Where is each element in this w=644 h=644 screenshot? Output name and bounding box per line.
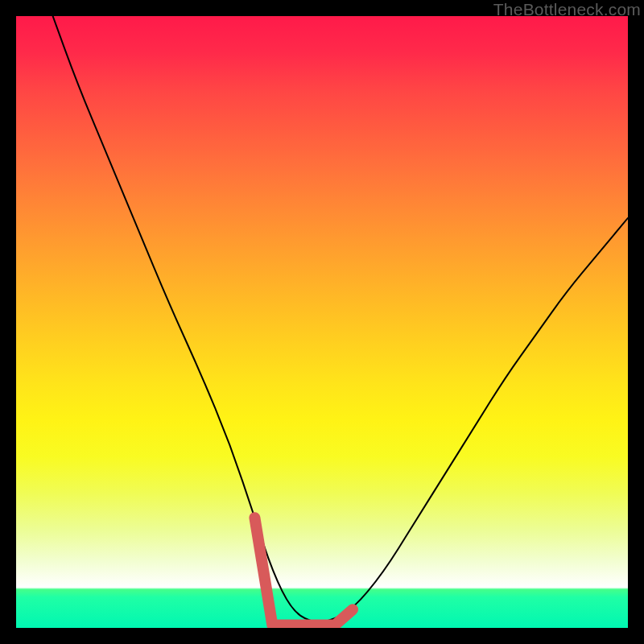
- gradient-plot-area: [16, 16, 628, 628]
- watermark-text: TheBottleneck.com: [493, 0, 641, 19]
- bottleneck-flat-marker: [254, 518, 353, 625]
- curve-layer: [16, 16, 628, 628]
- bottleneck-curve: [53, 16, 628, 621]
- chart-frame: TheBottleneck.com: [0, 0, 644, 644]
